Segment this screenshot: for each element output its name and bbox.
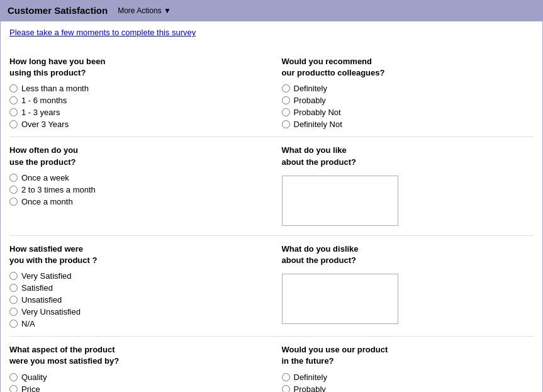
list-item[interactable]: Quality bbox=[9, 372, 267, 382]
options-1: Less than a month 1 - 6 months 1 - 3 yea… bbox=[9, 84, 267, 129]
radio-input[interactable] bbox=[9, 84, 18, 92]
question-8-label: Would you use our productin the future? bbox=[282, 344, 534, 367]
radio-input[interactable] bbox=[282, 120, 290, 128]
radio-input[interactable] bbox=[9, 385, 18, 393]
right-section-4: Would you use our productin the future? … bbox=[272, 337, 534, 392]
options-5: Very Satisfied Satisfied Unsatisfied Ver… bbox=[9, 271, 267, 328]
list-item[interactable]: Price bbox=[9, 384, 267, 393]
radio-input[interactable] bbox=[9, 186, 18, 194]
radio-input[interactable] bbox=[282, 96, 290, 104]
options-8: Definitely Probably Probably Not Definit… bbox=[282, 372, 534, 393]
radio-input[interactable] bbox=[9, 198, 18, 206]
radio-input[interactable] bbox=[9, 108, 18, 116]
like-textarea[interactable] bbox=[282, 176, 398, 226]
question-4-label: What do you likeabout the product? bbox=[282, 145, 534, 167]
list-item[interactable]: Definitely bbox=[282, 84, 534, 93]
question-1-label: How long have you beenusing this product… bbox=[9, 56, 267, 79]
list-item[interactable]: Satisfied bbox=[9, 283, 267, 293]
main-content: Please take a few moments to complete th… bbox=[0, 21, 543, 392]
textarea-wrapper-like bbox=[282, 173, 534, 228]
list-item[interactable]: Over 3 Years bbox=[9, 120, 267, 129]
list-item[interactable]: Definitely Not bbox=[282, 120, 534, 129]
left-section-4: What aspect of the productwere you most … bbox=[9, 337, 272, 392]
page-title: Customer Satisfaction bbox=[8, 5, 108, 16]
list-item[interactable]: Less than a month bbox=[9, 84, 267, 93]
radio-input[interactable] bbox=[9, 296, 18, 304]
radio-input[interactable] bbox=[282, 108, 290, 116]
section-row-1: How long have you beenusing this product… bbox=[9, 48, 534, 137]
question-2-label: Would you recommendour productto colleag… bbox=[282, 56, 534, 79]
list-item[interactable]: Unsatisfied bbox=[9, 295, 267, 305]
list-item[interactable]: Definitely bbox=[282, 372, 534, 382]
right-section-3: What do you dislikeabout the product? bbox=[272, 236, 534, 336]
options-7: Quality Price Purchase Experience Instal… bbox=[9, 372, 267, 393]
question-6-label: What do you dislikeabout the product? bbox=[282, 244, 534, 266]
radio-input[interactable] bbox=[282, 385, 290, 393]
list-item[interactable]: Very Unsatisfied bbox=[9, 307, 267, 316]
right-section-1: Would you recommendour productto colleag… bbox=[272, 48, 534, 137]
radio-input[interactable] bbox=[9, 120, 18, 128]
list-item[interactable]: 1 - 3 years bbox=[9, 108, 267, 117]
question-7-label: What aspect of the productwere you most … bbox=[9, 344, 267, 367]
radio-input[interactable] bbox=[9, 272, 18, 280]
radio-input[interactable] bbox=[9, 308, 18, 316]
section-row-3: How satisfied wereyou with the product ?… bbox=[9, 236, 534, 337]
left-section-3: How satisfied wereyou with the product ?… bbox=[9, 236, 272, 336]
list-item[interactable]: Probably bbox=[282, 96, 534, 105]
radio-input[interactable] bbox=[9, 174, 18, 182]
radio-input[interactable] bbox=[9, 320, 18, 328]
list-item[interactable]: Probably Not bbox=[282, 108, 534, 117]
options-3: Once a week 2 to 3 times a month Once a … bbox=[9, 173, 267, 206]
list-item[interactable]: N/A bbox=[9, 319, 267, 328]
list-item[interactable]: 1 - 6 months bbox=[9, 96, 267, 105]
question-3-label: How often do youuse the product? bbox=[9, 145, 267, 167]
app-wrapper: Customer Satisfaction More Actions ▼ Ple… bbox=[0, 0, 543, 392]
section-row-4: What aspect of the productwere you most … bbox=[9, 337, 534, 392]
survey-intro-text[interactable]: Please take a few moments to complete th… bbox=[9, 28, 196, 37]
list-item[interactable]: Very Satisfied bbox=[9, 271, 267, 281]
list-item[interactable]: 2 to 3 times a month bbox=[9, 185, 267, 194]
radio-input[interactable] bbox=[282, 84, 290, 92]
list-item[interactable]: Probably bbox=[282, 384, 534, 393]
right-section-2: What do you likeabout the product? bbox=[272, 137, 534, 235]
list-item[interactable]: Once a week bbox=[9, 173, 267, 182]
left-section-1: How long have you beenusing this product… bbox=[9, 48, 272, 137]
options-2: Definitely Probably Probably Not Definit… bbox=[282, 84, 534, 129]
radio-input[interactable] bbox=[282, 373, 290, 381]
more-actions-button[interactable]: More Actions ▼ bbox=[118, 6, 171, 15]
radio-input[interactable] bbox=[9, 373, 18, 381]
radio-input[interactable] bbox=[9, 96, 18, 104]
section-row-2: How often do youuse the product? Once a … bbox=[9, 137, 534, 235]
left-section-2: How often do youuse the product? Once a … bbox=[9, 137, 272, 235]
header: Customer Satisfaction More Actions ▼ bbox=[0, 0, 543, 21]
dislike-textarea[interactable] bbox=[282, 274, 398, 324]
radio-input[interactable] bbox=[9, 284, 18, 292]
textarea-wrapper-dislike bbox=[282, 271, 534, 326]
list-item[interactable]: Once a month bbox=[9, 197, 267, 206]
question-5-label: How satisfied wereyou with the product ? bbox=[9, 244, 267, 266]
